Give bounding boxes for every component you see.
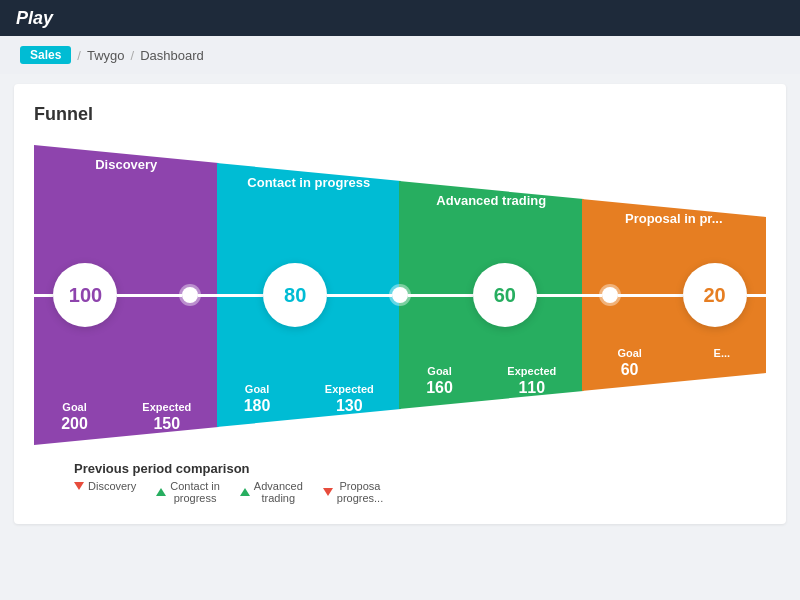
expected-value-contact: 130: [336, 397, 363, 415]
timeline-line-2: [537, 294, 602, 297]
timeline-line-1-2: [408, 294, 473, 297]
goal-label-advanced: Goal: [427, 365, 451, 377]
funnel-timeline: 100806020: [34, 263, 766, 327]
breadcrumb: Sales / Twygo / Dashboard: [0, 36, 800, 74]
timeline-line-start: [34, 294, 53, 297]
funnel-wrapper: DiscoveryGoal200Expected150Contact in pr…: [34, 145, 766, 445]
timeline-line-2-2: [618, 294, 683, 297]
legend-text-0: Discovery: [88, 480, 136, 492]
funnel-title: Funnel: [34, 104, 766, 125]
legend-text-1: Contact in progress: [170, 480, 220, 504]
funnel-legend-items: DiscoveryContact in progressAdvanced tra…: [34, 480, 766, 504]
legend-arrow-0: [74, 482, 84, 490]
goal-value-contact: 180: [244, 397, 271, 415]
legend-item-0: Discovery: [74, 480, 136, 492]
goal-value-advanced: 160: [426, 379, 453, 397]
timeline-dot-2: [602, 287, 618, 303]
goal-label-proposal: Goal: [617, 347, 641, 359]
legend-arrow-3: [323, 488, 333, 496]
timeline-node-discovery: 100: [53, 263, 117, 327]
legend-item-1: Contact in progress: [156, 480, 220, 504]
legend-text-2: Advanced trading: [254, 480, 303, 504]
goal-label-contact: Goal: [245, 383, 269, 395]
breadcrumb-tag[interactable]: Sales: [20, 46, 71, 64]
main-content: Funnel DiscoveryGoal200Expected150Contac…: [14, 84, 786, 524]
expected-label-advanced: Expected: [507, 365, 556, 377]
expected-value-discovery: 150: [153, 415, 180, 433]
breadcrumb-section[interactable]: Twygo: [87, 48, 125, 63]
goal-value-discovery: 200: [61, 415, 88, 433]
legend-arrow-2: [240, 488, 250, 496]
segment-label-discovery: Discovery: [95, 157, 157, 172]
timeline-dot-0: [182, 287, 198, 303]
segment-stats-advanced: Goal160Expected110: [399, 365, 584, 397]
legend-item-2: Advanced trading: [240, 480, 303, 504]
timeline-line-end: [747, 294, 766, 297]
expected-label-discovery: Expected: [142, 401, 191, 413]
timeline-line-0-2: [198, 294, 263, 297]
breadcrumb-page: Dashboard: [140, 48, 204, 63]
segment-stats-proposal: Goal60E...: [582, 347, 767, 379]
goal-value-proposal: 60: [621, 361, 639, 379]
timeline-dot-1: [392, 287, 408, 303]
funnel-legend: Previous period comparison: [34, 461, 766, 476]
goal-label-discovery: Goal: [62, 401, 86, 413]
logo: Play: [16, 8, 53, 29]
expected-label-contact: Expected: [325, 383, 374, 395]
segment-stats-discovery: Goal200Expected150: [34, 401, 219, 433]
legend-item-3: Proposa progres...: [323, 480, 383, 504]
breadcrumb-sep1: /: [77, 48, 81, 63]
timeline-node-advanced: 60: [473, 263, 537, 327]
timeline-line-0: [117, 294, 182, 297]
top-nav: Play: [0, 0, 800, 36]
legend-text-3: Proposa progres...: [337, 480, 383, 504]
segment-stats-contact: Goal180Expected130: [217, 383, 402, 415]
timeline-line-1: [327, 294, 392, 297]
segment-label-proposal: Proposal in pr...: [625, 211, 723, 226]
timeline-node-proposal: 20: [683, 263, 747, 327]
expected-label-proposal: E...: [714, 347, 731, 359]
breadcrumb-sep2: /: [131, 48, 135, 63]
timeline-node-contact: 80: [263, 263, 327, 327]
segment-label-advanced: Advanced trading: [436, 193, 546, 208]
expected-value-advanced: 110: [518, 379, 545, 397]
segment-label-contact: Contact in progress: [247, 175, 370, 190]
legend-arrow-1: [156, 488, 166, 496]
legend-title: Previous period comparison: [74, 461, 250, 476]
